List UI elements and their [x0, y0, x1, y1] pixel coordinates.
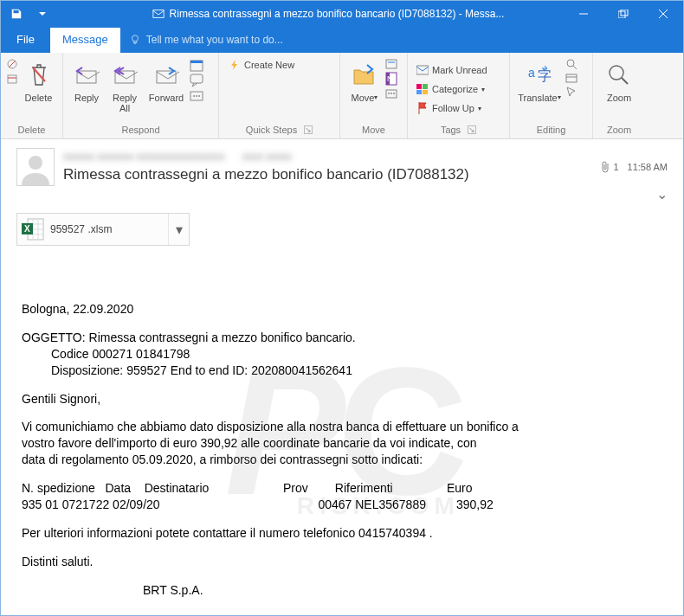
- body-line: OGGETTO: Rimessa contrassegni a mezzo bo…: [22, 330, 662, 346]
- select-icon[interactable]: [565, 86, 586, 98]
- reply-all-button[interactable]: Reply All: [106, 56, 143, 113]
- svg-point-19: [193, 95, 195, 97]
- minimize-button[interactable]: [564, 1, 603, 27]
- body-line: Codice 000271 01841798: [22, 346, 662, 363]
- sender-avatar: [16, 148, 55, 186]
- maximize-button[interactable]: [603, 1, 643, 27]
- categorize-icon: [416, 83, 429, 95]
- message-subject: Rimessa contrassegni a mezzo bonifico ba…: [63, 166, 591, 183]
- lightbulb-icon: [129, 34, 141, 46]
- actions-icon[interactable]: [385, 87, 402, 99]
- group-quicksteps-label: Quick Steps: [246, 125, 297, 135]
- svg-line-8: [9, 61, 16, 67]
- svg-rect-0: [152, 10, 163, 18]
- find-icon[interactable]: [565, 58, 586, 70]
- attachment-indicator: 1: [600, 161, 618, 173]
- svg-point-42: [610, 66, 623, 80]
- meeting-icon[interactable]: [190, 58, 212, 72]
- body-line: Vi comunichiamo che abbiamo dato disposi…: [22, 419, 662, 435]
- envelope-icon: [416, 64, 429, 76]
- rules-icon[interactable]: [385, 58, 402, 70]
- ribbon-tabs: File Message Tell me what you want to do…: [1, 27, 683, 53]
- follow-up-button[interactable]: Follow Up ▾: [413, 99, 504, 117]
- mail-icon: [152, 8, 165, 20]
- create-new-quickstep[interactable]: Create New: [224, 56, 335, 74]
- paperclip-icon: [600, 161, 610, 173]
- more-respond-icon[interactable]: [190, 89, 212, 103]
- body-line: 935 01 0721722 02/09/20 00467 NEL3567889…: [22, 497, 662, 513]
- tell-me-placeholder: Tell me what you want to do...: [146, 34, 283, 46]
- categorize-button[interactable]: Categorize ▾: [413, 80, 504, 98]
- svg-rect-32: [416, 84, 422, 89]
- move-button[interactable]: Move ▾: [345, 56, 384, 113]
- svg-point-29: [390, 93, 392, 94]
- tab-message[interactable]: Message: [50, 28, 120, 53]
- related-icon[interactable]: [565, 72, 586, 84]
- delete-label: Delete: [20, 93, 57, 113]
- group-move-label: Move: [345, 125, 402, 137]
- message-body: PC RISK.COM Bologna, 22.09.2020 OGGETTO:…: [1, 253, 683, 616]
- attachment-count: 1: [613, 162, 618, 172]
- move-folder-icon: [345, 58, 384, 93]
- svg-rect-40: [566, 74, 577, 82]
- svg-line-39: [573, 66, 577, 69]
- group-tags: Mark Unread Categorize ▾ Follow Up ▾ Tag…: [408, 53, 510, 138]
- attachment-chip[interactable]: X 959527 .xlsm ▾: [16, 213, 190, 246]
- svg-point-28: [388, 93, 390, 94]
- body-line: Distinti saluti.: [22, 554, 662, 570]
- mark-unread-button[interactable]: Mark Unread: [413, 61, 504, 79]
- svg-text:X: X: [24, 224, 30, 234]
- svg-rect-31: [416, 66, 429, 74]
- group-editing-label: Editing: [515, 125, 587, 137]
- group-delete-label: Delete: [6, 125, 57, 137]
- junk-icon[interactable]: [6, 73, 18, 85]
- quick-access-toolbar: [1, 3, 58, 24]
- body-line: N. spedizione Data Destinatario Prov Rif…: [22, 480, 662, 497]
- delete-button[interactable]: Delete: [20, 56, 57, 113]
- lightning-icon: [229, 59, 241, 71]
- to-address: xxxx xxxxx: [242, 151, 292, 163]
- window-controls: [564, 1, 683, 27]
- window-title-text: Rimessa contrassegni a mezzo bonifico ba…: [170, 8, 505, 20]
- group-quicksteps: Create New Quick Steps ↘: [219, 53, 340, 138]
- im-icon[interactable]: [190, 74, 212, 87]
- close-button[interactable]: [643, 1, 683, 27]
- received-time: 11:58 AM: [628, 162, 668, 172]
- translate-icon: a字: [515, 58, 564, 93]
- svg-rect-22: [386, 60, 397, 68]
- flag-icon: [416, 102, 429, 114]
- forward-icon: [145, 58, 188, 93]
- group-respond-label: Respond: [68, 125, 213, 137]
- body-line: vostro favore dell'importo di euro 390,9…: [22, 435, 662, 452]
- delete-icon: [20, 58, 57, 93]
- svg-point-44: [29, 156, 42, 170]
- svg-point-21: [198, 95, 200, 97]
- tell-me-search[interactable]: Tell me what you want to do...: [120, 29, 292, 53]
- dialog-launcher-icon[interactable]: ↘: [468, 125, 476, 134]
- tab-file[interactable]: File: [1, 28, 50, 53]
- forward-button[interactable]: Forward: [145, 56, 188, 113]
- svg-rect-3: [621, 10, 628, 16]
- attachment-dropdown-icon[interactable]: ▾: [168, 214, 189, 245]
- svg-rect-14: [157, 71, 176, 83]
- svg-point-38: [567, 60, 574, 67]
- ignore-icon[interactable]: [6, 58, 18, 70]
- svg-point-20: [196, 95, 197, 97]
- body-line: Bologna, 22.09.2020: [22, 301, 662, 318]
- expand-header-icon[interactable]: ⌄: [656, 187, 668, 202]
- translate-button[interactable]: a字 Translate▾: [515, 56, 564, 113]
- dialog-launcher-icon[interactable]: ↘: [304, 125, 313, 134]
- window-title: Rimessa contrassegni a mezzo bonifico ba…: [58, 8, 564, 20]
- attachment-filename: 959527 .xlsm: [48, 223, 168, 235]
- qat-dropdown-icon[interactable]: [32, 3, 53, 24]
- excel-file-icon: X: [17, 214, 48, 245]
- save-icon[interactable]: [6, 3, 27, 24]
- svg-rect-17: [190, 74, 203, 83]
- group-move: Move ▾ N Move: [340, 53, 408, 138]
- body-line: BRT S.p.A.: [22, 582, 662, 599]
- onenote-icon[interactable]: N: [385, 72, 402, 86]
- zoom-button[interactable]: Zoom: [598, 56, 640, 113]
- svg-rect-35: [423, 90, 428, 94]
- group-respond: Reply Reply All Forward Respond: [63, 53, 219, 138]
- reply-button[interactable]: Reply: [68, 56, 105, 113]
